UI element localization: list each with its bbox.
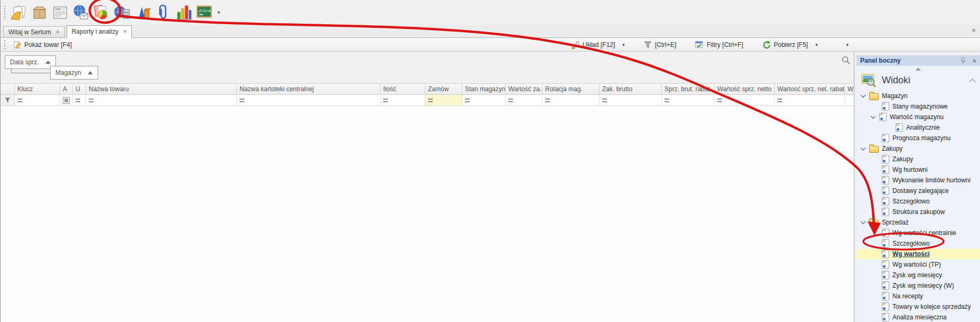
fetch-dropdown-icon[interactable]: ▾ bbox=[815, 42, 818, 47]
tree-item-label: Struktura zakupów bbox=[892, 208, 945, 216]
filter-cell-w[interactable] bbox=[845, 95, 854, 106]
group-button-data-sprz[interactable]: Data sprz. bbox=[5, 55, 56, 69]
filter-cell-sprz-brut-rabat[interactable] bbox=[662, 95, 715, 106]
tree-item-zysk-wg-miesiecy-w[interactable]: Zysk wg miesięcy (W) bbox=[857, 280, 980, 291]
globe-mail-icon[interactable] bbox=[71, 3, 90, 23]
column-header-nazwa-kartoteki-centralnej[interactable]: Nazwa kartoteki centralnej bbox=[237, 84, 380, 95]
toolbar-grip[interactable] bbox=[4, 6, 6, 19]
equals-filter-icon bbox=[664, 99, 669, 102]
tab-close-icon[interactable]: × bbox=[123, 28, 127, 35]
column-header-ilosc[interactable]: Ilość bbox=[380, 84, 425, 95]
collapse-chevron-icon[interactable] bbox=[861, 219, 866, 225]
column-header-sprz-brut-rabat[interactable]: Sprz. brut. rabat bbox=[662, 84, 715, 95]
tree-item-wg-wartosci-tp[interactable]: Wg wartości (TP) bbox=[857, 259, 980, 270]
filters-button[interactable]: Filtry [Ctrl+F] bbox=[695, 41, 743, 48]
tree-item-struktura-zakupow[interactable]: Struktura zakupów bbox=[857, 207, 980, 217]
filter-cell-zak-brutto[interactable] bbox=[600, 95, 662, 106]
filter-editor-button[interactable]: [Ctrl+E] bbox=[644, 41, 676, 48]
filter-cell-wartosc-sprz-netto[interactable] bbox=[715, 95, 775, 106]
tree-item-zysk-wg-miesiecy[interactable]: Zysk wg miesięcy bbox=[857, 270, 980, 280]
filter-cell-klucz[interactable] bbox=[15, 95, 60, 106]
column-header-nazwa-towaru[interactable]: Nazwa towaru bbox=[86, 84, 237, 95]
tree-item-dostawy-zalegajace[interactable]: Dostawy zalegające bbox=[857, 186, 980, 196]
chart-cone-icon[interactable] bbox=[133, 3, 152, 23]
filter-cell-a[interactable] bbox=[60, 95, 73, 106]
filter-cell-nazwa-kartoteki[interactable] bbox=[237, 95, 380, 106]
column-header-w[interactable]: W... bbox=[845, 84, 854, 95]
equals-filter-icon bbox=[545, 99, 550, 102]
filter-cell-stan-magazynowy[interactable] bbox=[462, 95, 506, 106]
tree-item-wartosc-magazynu[interactable]: Wartość magazynu bbox=[857, 112, 980, 122]
side-panel-close-icon[interactable]: × bbox=[972, 57, 976, 64]
tab-raporty-i-analizy[interactable]: Raporty i analizy × bbox=[66, 25, 132, 38]
column-header-stan-magazynowy[interactable]: Stan magazyn... bbox=[462, 84, 506, 95]
package-icon[interactable] bbox=[30, 3, 49, 23]
tree-item-analiza-miesieczna[interactable]: Analiza miesięczna bbox=[857, 312, 980, 322]
column-header-a[interactable]: A bbox=[60, 84, 73, 95]
edit-pencil-icon bbox=[13, 41, 21, 49]
tree-item-stany-magazynowe[interactable]: Stany magazynowe bbox=[857, 101, 980, 112]
collapse-section-icon[interactable] bbox=[969, 79, 976, 85]
tree-item-analitycznie[interactable]: Analitycznie bbox=[857, 122, 980, 133]
tree-item-prognoza-magazynu[interactable]: Prognoza magazynu bbox=[857, 133, 980, 143]
commandbar-overflow-icon[interactable]: ▾ bbox=[846, 42, 849, 47]
column-header-wartosc-sprz-netto[interactable]: Wartość sprz. netto bbox=[715, 84, 775, 95]
globe-database-icon[interactable] bbox=[112, 3, 131, 23]
tabstrip-close-icon[interactable]: × bbox=[972, 26, 976, 34]
tree-item-wg-hurtowni[interactable]: Wg hurtowni bbox=[857, 164, 980, 175]
grid-empty-body[interactable] bbox=[1, 106, 854, 322]
group-button-magazyn[interactable]: Magazyn bbox=[50, 66, 98, 80]
tree-item-towary-w-kolejce-sprzedazy[interactable]: Towary w kolejce sprzedaży bbox=[857, 301, 980, 312]
tree-item-zakupy[interactable]: Zakupy bbox=[857, 154, 980, 164]
collapse-chevron-icon[interactable] bbox=[871, 114, 876, 119]
bar-chart-icon[interactable] bbox=[174, 3, 193, 23]
collapse-chevron-icon[interactable] bbox=[861, 145, 866, 151]
views-section-header[interactable]: Widoki bbox=[857, 71, 980, 90]
column-header-zak-brutto[interactable]: Zak. brutto bbox=[600, 84, 662, 95]
search-icon[interactable] bbox=[842, 56, 851, 66]
documents-icon[interactable] bbox=[9, 3, 28, 23]
reports-pie-icon[interactable] bbox=[92, 3, 111, 23]
indeterminate-checkbox[interactable] bbox=[63, 97, 70, 104]
show-item-button[interactable]: Pokaż towar [F4] bbox=[13, 41, 72, 49]
tree-item-na-recepty[interactable]: Na recepty bbox=[857, 291, 980, 301]
tree-item-wg-wartosci-centralnie[interactable]: Wg wartości centralnie bbox=[857, 228, 980, 238]
tab-label: Raporty i analizy bbox=[72, 28, 119, 35]
filter-cell-zamow[interactable] bbox=[425, 95, 462, 106]
pin-icon[interactable] bbox=[959, 57, 967, 64]
filter-cell-wartosc-za[interactable] bbox=[506, 95, 543, 106]
equals-filter-icon bbox=[777, 99, 782, 102]
filter-cell-wartosc-sprz-net-rabat[interactable] bbox=[775, 95, 845, 106]
application-window: 2+2=4 ▾ Witaj w Sertum × Raporty i anali… bbox=[0, 0, 980, 322]
column-header-rotacja-mag[interactable]: Rotacja mag. bbox=[543, 84, 600, 95]
filter-cell-ilosc[interactable] bbox=[380, 95, 425, 106]
tree-item-magazyn[interactable]: Magazyn bbox=[857, 91, 980, 101]
filter-cell-nazwa-towaru[interactable] bbox=[86, 95, 237, 106]
column-header-wartosc-sprz-net-rabat[interactable]: Wartość sprz. net. rabat bbox=[775, 84, 845, 95]
collapse-chevron-icon[interactable] bbox=[861, 93, 866, 98]
tree-item-wykonanie-limitow-hurtowni[interactable]: Wykonanie limitów hurtowni bbox=[857, 175, 980, 186]
news-icon[interactable] bbox=[51, 3, 70, 23]
column-header-wartosc-za[interactable]: Wartość za... bbox=[506, 84, 543, 95]
command-bar-grip[interactable] bbox=[4, 40, 6, 50]
toolbar-overflow-icon[interactable]: ▾ bbox=[217, 9, 220, 15]
chalkboard-icon[interactable]: 2+2=4 bbox=[195, 3, 214, 23]
layout-dropdown-icon[interactable]: ▾ bbox=[622, 42, 625, 47]
tree-item-szczegolowo-sprzedaz[interactable]: Szczegółowo bbox=[857, 238, 980, 249]
fetch-button[interactable]: Pobierz [F5] bbox=[762, 41, 808, 49]
tree-item-zakupy-folder[interactable]: Zakupy bbox=[857, 143, 980, 154]
filter-cell-u[interactable] bbox=[73, 95, 86, 106]
column-header-u[interactable]: U bbox=[73, 84, 86, 95]
group-by-panel[interactable]: Data sprz. Magazyn bbox=[1, 52, 854, 83]
layout-button[interactable]: Układ [F12] bbox=[571, 41, 615, 49]
paperclip-icon[interactable] bbox=[154, 3, 173, 23]
tree-item-szczegolowo-zakupy[interactable]: Szczegółowo bbox=[857, 196, 980, 207]
group-button-label: Magazyn bbox=[55, 69, 81, 76]
column-header-zamow[interactable]: Zamów bbox=[425, 84, 462, 95]
tree-item-wg-wartosci-selected[interactable]: Wg wartości bbox=[857, 249, 980, 259]
tab-close-icon[interactable]: × bbox=[56, 29, 60, 35]
filter-cell-rotacja-mag[interactable] bbox=[543, 95, 600, 106]
tree-item-sprzedaz-folder[interactable]: Sprzedaż bbox=[857, 217, 980, 228]
tab-witaj-w-sertum[interactable]: Witaj w Sertum × bbox=[3, 26, 65, 37]
column-header-klucz[interactable]: Klucz bbox=[15, 84, 60, 95]
